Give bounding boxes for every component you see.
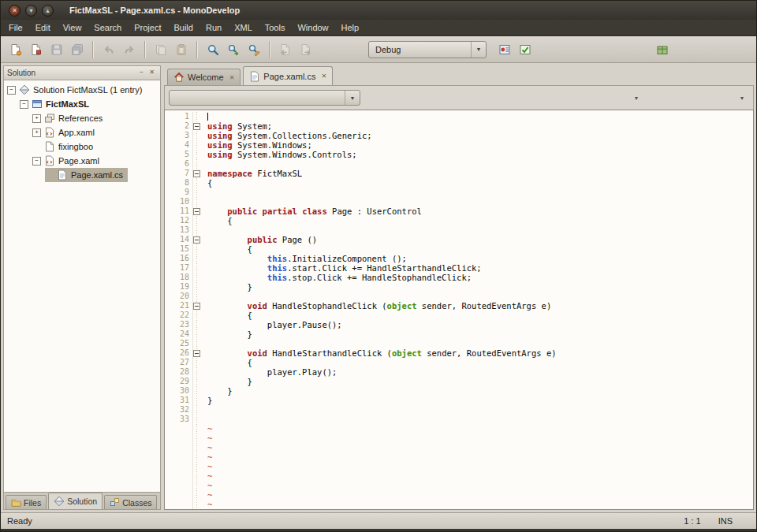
- code-line: 20: [165, 292, 753, 301]
- tree-item-label: Page.xaml: [58, 156, 99, 166]
- tree-item-fictmaxsl[interactable]: −FictMaxSL: [4, 97, 160, 111]
- pad-minimize-button[interactable]: −: [136, 68, 147, 78]
- tree-item-page-xaml-cs[interactable]: Page.xaml.cs: [4, 168, 160, 182]
- code-text: [203, 225, 753, 235]
- tree-item-body[interactable]: −FictMaxSL: [20, 97, 94, 111]
- fold-margin: [193, 433, 203, 443]
- menu-file[interactable]: File: [2, 20, 29, 35]
- search-button[interactable]: [203, 39, 223, 60]
- fold-collapse-icon[interactable]: [193, 123, 200, 130]
- line-number: 13: [165, 225, 193, 235]
- debug-target-combo[interactable]: Debug▼: [368, 41, 487, 58]
- fold-collapse-icon[interactable]: [193, 350, 200, 357]
- fold-collapse-icon[interactable]: [193, 303, 200, 310]
- new-file-button[interactable]: [6, 39, 26, 60]
- type-combo[interactable]: ▼: [169, 90, 360, 106]
- tree-item-app-xaml[interactable]: +App.xaml: [4, 125, 160, 140]
- xaml-file-icon: [44, 127, 55, 138]
- menu-edit[interactable]: Edit: [29, 20, 57, 35]
- code-line: 12 {: [165, 216, 753, 225]
- menu-tools[interactable]: Tools: [259, 20, 292, 35]
- line-number: 28: [165, 367, 193, 377]
- code-line: 29 }: [165, 377, 753, 386]
- fold-margin: [193, 216, 203, 225]
- member-combo[interactable]: ▼: [367, 90, 643, 106]
- error-pad-button[interactable]: [494, 39, 515, 60]
- fold-collapse-icon[interactable]: [193, 236, 200, 244]
- code-text: {: [203, 244, 753, 254]
- tree-item-body[interactable]: fixingboo: [32, 140, 98, 154]
- code-text: {: [203, 216, 753, 225]
- pad-close-button[interactable]: ✕: [147, 68, 157, 78]
- line-number: 10: [165, 197, 193, 206]
- xaml-file-icon: [44, 155, 55, 166]
- title-bar[interactable]: ✕▾▴ FictMaxSL - Page.xaml.cs - MonoDevel…: [1, 1, 756, 20]
- status-message: Ready: [7, 516, 32, 526]
- pad-tab-classes[interactable]: Classes: [104, 495, 157, 509]
- fold-collapse-icon[interactable]: [193, 170, 200, 177]
- tree-item-label: fixingboo: [58, 142, 93, 151]
- tree-item-body[interactable]: −Page.xaml: [32, 154, 104, 168]
- eof-tilde: ~: [203, 471, 753, 481]
- close-button[interactable]: ✕: [9, 5, 21, 17]
- chevron-down-icon[interactable]: ▼: [735, 90, 749, 106]
- tree-item-page-xaml[interactable]: −Page.xaml: [4, 154, 160, 168]
- code-editor[interactable]: 12using System;3using System.Collections…: [164, 110, 754, 510]
- collapse-icon[interactable]: −: [7, 86, 16, 95]
- tree-item-body[interactable]: −Solution FictMaxSL (1 entry): [7, 83, 147, 97]
- file-icon: [44, 141, 55, 152]
- menu-project[interactable]: Project: [128, 20, 167, 35]
- expand-icon[interactable]: +: [32, 128, 41, 137]
- fold-margin: [193, 235, 203, 244]
- code-line: 23 player.Pause();: [165, 320, 753, 329]
- find-replace-button[interactable]: [244, 39, 264, 60]
- menu-build[interactable]: Build: [167, 20, 199, 35]
- maximize-button[interactable]: ▴: [42, 5, 54, 17]
- new-solution-button[interactable]: [26, 39, 47, 60]
- tree-item-fixingboo[interactable]: fixingboo: [4, 140, 160, 154]
- menu-run[interactable]: Run: [200, 20, 228, 35]
- line-number: 17: [165, 263, 193, 273]
- package-button[interactable]: [652, 39, 673, 60]
- line-number: 5: [165, 150, 193, 159]
- fold-margin: [193, 254, 203, 263]
- code-text: using System.Windows.Controls;: [203, 150, 753, 159]
- collapse-icon[interactable]: −: [20, 100, 28, 109]
- find-next-button[interactable]: [223, 39, 244, 60]
- code-text: {: [203, 311, 753, 320]
- code-line: 10: [165, 197, 753, 206]
- code-line: 7namespace FictMaxSL: [165, 169, 753, 178]
- menu-xml[interactable]: XML: [228, 20, 259, 35]
- menu-bar: FileEditViewSearchProjectBuildRunXMLTool…: [1, 20, 756, 36]
- tree-item-body[interactable]: +References: [32, 111, 107, 125]
- menu-help[interactable]: Help: [335, 20, 366, 35]
- eof-tilde: ~: [203, 443, 753, 452]
- chevron-down-icon[interactable]: ▼: [345, 91, 360, 105]
- pad-tab-files[interactable]: Files: [6, 495, 47, 509]
- collapse-icon[interactable]: −: [32, 157, 41, 166]
- tab-page-xaml-cs[interactable]: Page.xaml.cs✕: [243, 66, 333, 85]
- line-number-spacer: [165, 433, 193, 443]
- line-number: 25: [165, 339, 193, 348]
- pad-tab-solution[interactable]: Solution: [48, 493, 103, 509]
- tree-item-body[interactable]: Page.xaml.cs: [45, 168, 128, 182]
- fold-margin: [193, 462, 203, 471]
- cs-file-icon: [249, 71, 260, 82]
- region-combo[interactable]: ▼: [650, 90, 749, 106]
- tree-item-references[interactable]: +References: [4, 111, 160, 125]
- task-pad-button[interactable]: [515, 39, 535, 60]
- menu-view[interactable]: View: [57, 20, 88, 35]
- fold-collapse-icon[interactable]: [193, 208, 200, 215]
- expand-icon[interactable]: +: [32, 114, 41, 123]
- chevron-down-icon[interactable]: ▼: [471, 42, 486, 58]
- tab-close-button[interactable]: ✕: [229, 74, 235, 81]
- menu-search[interactable]: Search: [88, 20, 128, 35]
- tab-close-button[interactable]: ✕: [321, 73, 326, 80]
- tab-welcome[interactable]: Welcome✕: [167, 69, 241, 85]
- minimize-button[interactable]: ▾: [25, 5, 37, 17]
- code-text: [203, 405, 753, 415]
- tree-item-solution-fictmaxsl-1-entry[interactable]: −Solution FictMaxSL (1 entry): [4, 83, 160, 97]
- tree-item-body[interactable]: +App.xaml: [32, 125, 99, 140]
- menu-window[interactable]: Window: [291, 20, 334, 35]
- chevron-down-icon[interactable]: ▼: [629, 90, 643, 106]
